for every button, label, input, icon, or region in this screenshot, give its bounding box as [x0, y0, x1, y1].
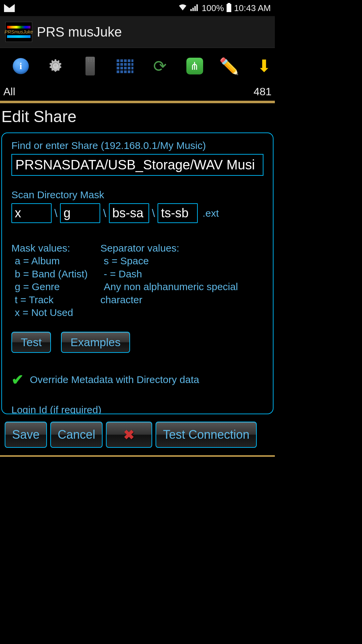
- mask-separator: \: [103, 207, 106, 220]
- filter-count: 481: [254, 86, 272, 98]
- mask-label: Scan Directory Mask: [11, 189, 263, 201]
- svg-rect-0: [190, 9, 192, 11]
- mask-legend-item: b = Band (Artist): [11, 268, 88, 280]
- refresh-icon: ⟳: [153, 57, 167, 75]
- divider: [0, 455, 275, 457]
- battery-percent: 100%: [202, 3, 224, 13]
- close-button[interactable]: ✖: [106, 422, 152, 448]
- divider: [0, 101, 275, 103]
- test-button[interactable]: Test: [11, 332, 51, 353]
- app-logo: PRSmusJuke: [5, 22, 32, 42]
- mask-legend-item: a = Album: [11, 255, 88, 267]
- mask-input-4[interactable]: [158, 203, 198, 223]
- settings-button[interactable]: [47, 57, 65, 75]
- share-label: Find or enter Share (192.168.0.1/My Musi…: [11, 140, 263, 151]
- filter-label[interactable]: All: [3, 86, 15, 98]
- save-button[interactable]: Save: [5, 422, 47, 448]
- edit-share-card: Find or enter Share (192.168.0.1/My Musi…: [1, 132, 274, 414]
- mask-row: \ \ \ .ext: [11, 203, 263, 223]
- override-checkbox[interactable]: ✔ Override Metadata with Directory data: [11, 371, 263, 388]
- ext-label: .ext: [202, 208, 219, 219]
- gear-icon: [47, 58, 64, 74]
- test-connection-button[interactable]: Test Connection: [156, 422, 257, 448]
- download-icon: ⬇: [257, 56, 271, 76]
- edit-button[interactable]: ✏️: [220, 57, 238, 75]
- pencil-icon: ✏️: [219, 57, 239, 76]
- share-icon: ⋔: [186, 58, 203, 74]
- mask-input-2[interactable]: [60, 203, 100, 223]
- bottom-button-bar: Save Cancel ✖ Test Connection: [0, 414, 275, 454]
- share-input[interactable]: [11, 154, 263, 176]
- status-bar: 100% 10:43 AM: [0, 0, 275, 16]
- cancel-button[interactable]: Cancel: [50, 422, 103, 448]
- close-icon: ✖: [113, 427, 145, 442]
- mask-input-3[interactable]: [109, 203, 149, 223]
- signal-icon: [190, 3, 199, 13]
- sep-legend-item: character: [101, 293, 238, 306]
- login-label: Login Id (if required): [11, 404, 263, 414]
- override-label: Override Metadata with Directory data: [30, 374, 199, 385]
- info-button[interactable]: [12, 57, 30, 75]
- mask-input-1[interactable]: [11, 203, 52, 223]
- check-icon: ✔: [11, 371, 24, 388]
- mask-separator: \: [152, 207, 155, 220]
- svg-rect-3: [196, 4, 198, 11]
- battery-icon: [227, 4, 231, 12]
- remote-button[interactable]: [81, 57, 99, 75]
- wifi-icon: [178, 3, 188, 13]
- mask-separator: \: [54, 207, 57, 220]
- app-header: PRSmusJuke PRS musJuke: [0, 16, 275, 48]
- share-button[interactable]: ⋔: [186, 57, 204, 75]
- grid-icon: [117, 59, 133, 73]
- examples-button[interactable]: Examples: [61, 332, 130, 353]
- sep-legend-item: Any non alphanumeric special: [101, 280, 238, 293]
- download-button[interactable]: ⬇: [255, 57, 273, 75]
- sep-legend-item: - = Dash: [101, 268, 238, 280]
- grid-button[interactable]: [116, 57, 134, 75]
- toolbar: ⟳ ⋔ ✏️ ⬇: [0, 48, 275, 84]
- page-title: Edit Share: [0, 103, 275, 132]
- refresh-button[interactable]: ⟳: [151, 57, 169, 75]
- sep-legend-item: s = Space: [101, 255, 238, 267]
- app-title: PRS musJuke: [37, 24, 122, 40]
- remote-icon: [85, 57, 95, 75]
- sep-legend-head: Separator values:: [101, 242, 238, 255]
- info-icon: [13, 58, 29, 74]
- legend: Mask values: a = Album b = Band (Artist)…: [11, 242, 263, 319]
- svg-rect-2: [194, 6, 196, 11]
- mask-legend-head: Mask values:: [11, 242, 88, 255]
- mask-legend-item: g = Genre: [11, 280, 88, 293]
- mail-icon: [4, 4, 15, 12]
- mask-legend-item: x = Not Used: [11, 306, 88, 319]
- clock: 10:43 AM: [234, 3, 271, 13]
- filter-row: All 481: [0, 84, 275, 101]
- mask-legend-item: t = Track: [11, 293, 88, 306]
- svg-rect-1: [192, 8, 194, 11]
